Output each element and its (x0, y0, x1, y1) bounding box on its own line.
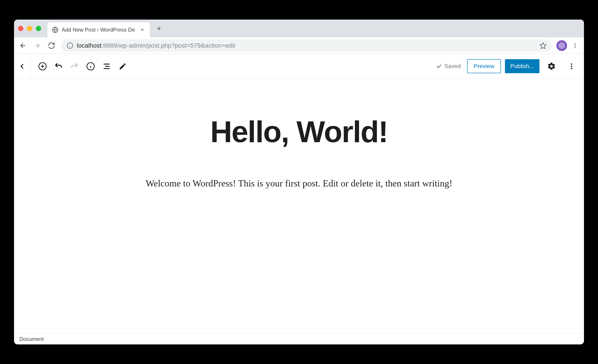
saved-label: Saved (444, 63, 461, 70)
post-content[interactable]: Welcome to WordPress! This is your first… (146, 178, 452, 189)
window-zoom-button[interactable] (36, 26, 41, 31)
avatar-icon (558, 42, 565, 49)
settings-button[interactable] (543, 58, 559, 74)
svg-point-2 (575, 43, 576, 44)
check-icon (436, 63, 442, 69)
window-close-button[interactable] (18, 26, 23, 31)
browser-tab[interactable]: Add New Post ‹ WordPress De (47, 22, 150, 37)
tab-title: Add New Post ‹ WordPress De (62, 27, 136, 33)
profile-avatar[interactable] (556, 40, 567, 51)
preview-button[interactable]: Preview (467, 59, 501, 73)
save-status: Saved (434, 63, 463, 70)
browser-menu-button[interactable] (569, 39, 581, 52)
chrome-tab-strip: Add New Post ‹ WordPress De (14, 20, 584, 37)
publish-button[interactable]: Publish... (505, 59, 540, 73)
browser-back-button[interactable] (17, 39, 29, 52)
more-options-button[interactable] (564, 58, 580, 74)
site-info-icon[interactable] (66, 42, 73, 49)
editor-footer: Document (14, 333, 584, 344)
editor-toolbar: Saved Preview Publish... (14, 54, 584, 79)
address-bar-row: localhost:8889/wp-admin/post.php?post=57… (14, 37, 584, 54)
svg-point-9 (571, 68, 572, 69)
add-block-button[interactable] (34, 58, 50, 74)
browser-reload-button[interactable] (45, 39, 58, 52)
url-path: :8889/wp-admin/post.php?post=579&action=… (101, 42, 235, 49)
bookmark-star-icon[interactable] (540, 42, 547, 49)
svg-point-8 (571, 65, 572, 67)
browser-window: Add New Post ‹ WordPress De localhost:88… (14, 20, 584, 344)
close-tab-icon[interactable] (139, 27, 145, 33)
breadcrumb[interactable]: Document (19, 336, 44, 342)
url-host: localhost (77, 42, 101, 49)
editor-back-button[interactable] (14, 54, 30, 79)
url-text: localhost:8889/wp-admin/post.php?post=57… (77, 42, 536, 49)
traffic-lights (18, 26, 41, 31)
content-info-button[interactable] (83, 58, 99, 74)
window-minimize-button[interactable] (27, 26, 32, 31)
edit-mode-button[interactable] (115, 58, 131, 74)
svg-point-7 (571, 63, 572, 65)
toolbar-right: Saved Preview Publish... (434, 58, 580, 74)
svg-point-4 (575, 47, 576, 48)
browser-forward-button[interactable] (31, 39, 43, 52)
svg-point-3 (575, 45, 576, 46)
editor-canvas[interactable]: Hello, World! Welcome to WordPress! This… (14, 79, 584, 333)
globe-icon (52, 26, 58, 33)
undo-button[interactable] (50, 58, 66, 74)
toolbar-left (18, 54, 131, 79)
address-bar[interactable]: localhost:8889/wp-admin/post.php?post=57… (61, 39, 552, 52)
new-tab-button[interactable] (153, 23, 165, 34)
redo-button[interactable] (66, 58, 83, 74)
block-navigation-button[interactable] (99, 58, 115, 74)
post-title[interactable]: Hello, World! (210, 114, 388, 149)
